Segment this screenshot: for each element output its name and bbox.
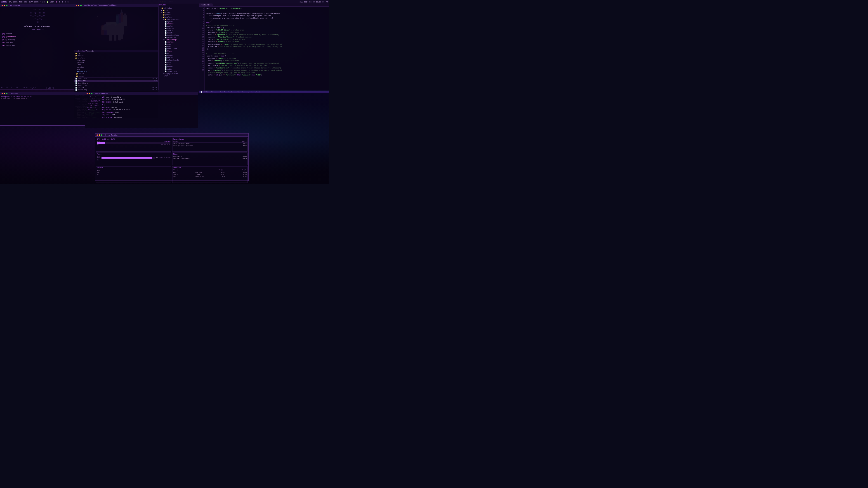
file-detail-pane: 📄flake.lock27.5 K 📄flake.nix2.7K 📄instal…: [74, 77, 158, 91]
file-detail-left: 📄flake.lock27.5 K 📄flake.nix2.7K 📄instal…: [74, 77, 158, 91]
tree-usr-term[interactable]: 📄term: [158, 61, 199, 64]
file-row-worklab[interactable]: worklab: [74, 66, 158, 68]
editor-layout: EXPLORER ▾📁.dotfiles ▸📁.git ▸📁outputs ▸📁…: [158, 3, 329, 93]
qute-menu-history[interactable]: [S h] History: [2, 38, 72, 41]
status-swap: SWAP 100%: [29, 1, 38, 3]
qute-menu-newtab[interactable]: [t] New tab: [2, 41, 72, 44]
tree-usr-dotfilesdir[interactable]: 📄dotfilesDir: [158, 48, 199, 50]
sysmon-content: CPU - 1.53 1.14 0.78 100%CPU like 0%s AV…: [95, 137, 248, 184]
editor-status-branch: ⎇ main: [255, 91, 260, 93]
detail-flakelock[interactable]: 📄flake.lock27.5 K: [74, 77, 158, 80]
tree-sys-grub[interactable]: 📄grubDevice: [158, 36, 199, 39]
tree-git[interactable]: ▸📁.git: [158, 9, 199, 11]
sysmon-min-btn[interactable]: [99, 134, 100, 136]
qute-menu-search[interactable]: [o] Search: [2, 33, 72, 35]
file-row-profiles[interactable]: 📁profiles: [74, 57, 158, 59]
tree-usr-name[interactable]: 📄name: [158, 43, 199, 45]
tree-usr-wmtype[interactable]: 📄wmType: [158, 55, 199, 57]
detail-license[interactable]: 📄LICENSE34.2 K: [74, 87, 158, 89]
neofetch-max-btn[interactable]: [91, 93, 92, 94]
tree-sys-timezone[interactable]: 📄timezone: [158, 27, 199, 30]
tree-systemsettings[interactable]: ▾📁systemSettings: [158, 18, 199, 21]
tree-usr-theme[interactable]: 📄theme: [158, 50, 199, 52]
sysmon-max-btn[interactable]: [101, 134, 102, 136]
file-manager-min-btn[interactable]: [78, 5, 79, 6]
tree-usr-defaultroam[interactable]: 📄defaultRoamDir: [158, 59, 199, 61]
tree-outputs[interactable]: ▸📁outputs: [158, 11, 199, 14]
tree-usr-spawnedit[interactable]: 📄spawnEditor: [158, 70, 199, 72]
tree-patches[interactable]: ▸📁patches: [158, 14, 199, 16]
tree-profiles[interactable]: ▾📁profiles: [158, 16, 199, 18]
qutebrowser-max-btn[interactable]: [6, 5, 7, 6]
editor-tab-flakenix[interactable]: flake.nix: [199, 3, 213, 6]
sysmon-mem-title: Memory: [97, 153, 170, 155]
workspace-1[interactable]: 1: [56, 1, 57, 3]
tree-sys-system[interactable]: 📄system: [158, 21, 199, 23]
workspace-3[interactable]: 3: [62, 1, 63, 3]
neofetch-close-btn[interactable]: [87, 93, 88, 94]
file-row-themes[interactable]: 📁themes: [74, 75, 158, 77]
qutebrowser-close-btn[interactable]: [2, 5, 3, 6]
tree-sys-bootmount[interactable]: 📄bootMountPath: [158, 34, 199, 36]
small-terminal-close-btn[interactable]: [2, 93, 3, 94]
editor-sidebar: EXPLORER ▾📁.dotfiles ▸📁.git ▸📁outputs ▸📁…: [158, 3, 199, 93]
tree-usersettings[interactable]: ▾▶userSettings: [158, 39, 199, 41]
status-tag-tech: Tech: [1, 1, 7, 3]
small-terminal-prompt: root@root 7.20G 2024-03-09 16:34: [1, 96, 31, 98]
tree-sys-hostname[interactable]: 📄hostname: [158, 23, 199, 25]
small-terminal-max-btn[interactable]: [6, 93, 7, 94]
tree-dotfiles-root[interactable]: ▾📁.dotfiles: [158, 7, 199, 9]
small-terminal-min-btn[interactable]: [4, 93, 5, 94]
tree-nixpkgs-patched[interactable]: ▶nixpkgs-patched: [158, 72, 199, 75]
file-row-homelab[interactable]: home lab: [74, 59, 158, 61]
file-row-work[interactable]: work: [74, 64, 158, 66]
file-manager-close-btn[interactable]: [76, 5, 77, 6]
file-row-wsl[interactable]: wsl: [74, 68, 158, 70]
file-row-personal[interactable]: personal: [74, 61, 158, 64]
neofetch-min-btn[interactable]: [89, 93, 90, 94]
file-row-readme1[interactable]: README.org: [74, 70, 158, 73]
editor-status-pos: 3:10 Top: [220, 91, 227, 93]
tree-usr-wm[interactable]: 📄wm: [158, 52, 199, 55]
qutebrowser-min-btn[interactable]: [4, 5, 5, 6]
sysmon-temp-title: Temperatures: [173, 138, 247, 140]
workspace-5[interactable]: 5: [68, 1, 69, 3]
file-row-dotgit[interactable]: 📁.git: [74, 53, 158, 55]
file-manager-window: emmet@snowfire: /home/emmet/.dotfiles ~/…: [74, 4, 158, 92]
tree-pkgs[interactable]: ▶pkgs: [158, 75, 199, 77]
sysmon-mem-fill: [101, 157, 152, 159]
sysmon-mem-bar: [101, 157, 155, 159]
workspace-2[interactable]: 2: [59, 1, 60, 3]
editor-status-filetype: Nix: [251, 91, 253, 93]
tree-usr-fontpkg[interactable]: 📄fontPkg: [158, 66, 199, 68]
tree-sys-bootmode[interactable]: 📄bootMode: [158, 32, 199, 34]
file-row-patches[interactable]: 📁patches: [74, 55, 158, 57]
workspace-4[interactable]: 4: [65, 1, 66, 3]
status-bar: Tech CPU 100% MEM 29% SWAP 100% ☀ 28 🔋 1…: [0, 0, 329, 4]
detail-flakenix[interactable]: 📄flake.nix2.7K: [74, 80, 158, 82]
qute-menu-quickmarks[interactable]: [b] Quickmarks: [2, 35, 72, 38]
tree-sys-locale[interactable]: 📄locale: [158, 30, 199, 32]
tree-usr-browser[interactable]: 📄browser: [158, 57, 199, 59]
detail-installorg[interactable]: 📄install.org: [74, 82, 158, 84]
sysmon-close-btn[interactable]: [96, 134, 98, 136]
qutebrowser-titlebar: qutebrowser: [0, 4, 74, 7]
detail-installsh[interactable]: 📄install.sh: [74, 84, 158, 87]
tree-sys-profile[interactable]: 📄profile: [158, 25, 199, 27]
sysmon-mem-bar-row: RAM: 95% 5.7618/02.016: [97, 157, 170, 159]
qutebrowser-window: qutebrowser .,-:::::::::-...::::::::::::…: [0, 4, 74, 90]
file-row-system[interactable]: 📁system: [74, 73, 158, 75]
editor-code-area[interactable]: 1234567891011121314151617181920212223242…: [199, 6, 329, 91]
qutebrowser-url: file:///home/emmet/.browser/Tech/config/…: [1, 87, 54, 89]
editor-tabs: flake.nix: [199, 3, 329, 6]
file-manager-max-btn[interactable]: [80, 5, 82, 6]
tree-usr-editor[interactable]: 📄editor: [158, 68, 199, 70]
detail-readme[interactable]: 📄README.org17.4 K: [74, 89, 158, 91]
tree-usr-username[interactable]: 📄username: [158, 41, 199, 43]
tree-usr-font[interactable]: 📄font: [158, 64, 199, 66]
qute-menu-closetab[interactable]: [x] Close tab: [2, 44, 72, 47]
neofetch-titlebar: emmet@snowfire: [85, 92, 198, 95]
editor-status-file: 📄 .dotfiles/flake.nix: [200, 91, 218, 93]
tree-usr-email[interactable]: 📄email: [158, 45, 199, 48]
small-terminal-window: root@root root@root 7.20G 2024-03-09 16:…: [0, 92, 85, 126]
